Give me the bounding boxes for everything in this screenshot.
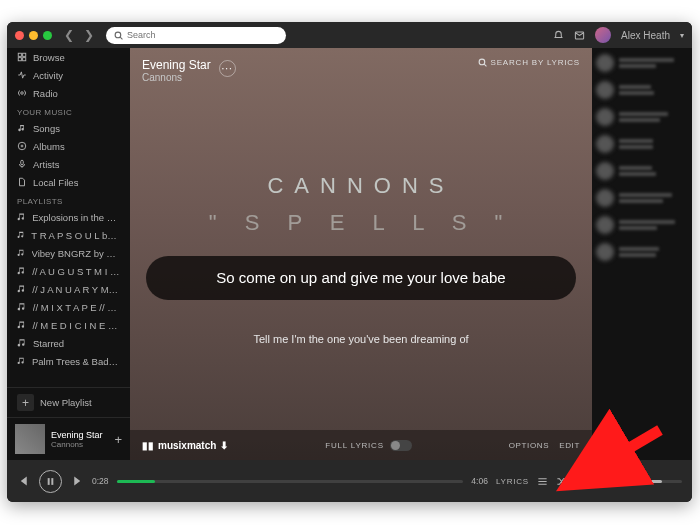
- lyric-next: Tell me I'm the one you've been dreaming…: [130, 333, 592, 345]
- pause-icon: [46, 477, 55, 486]
- friend-row[interactable]: [596, 243, 688, 261]
- sidebar-item[interactable]: Albums: [7, 137, 130, 155]
- friend-row[interactable]: [596, 54, 688, 72]
- edit-button[interactable]: EDIT: [559, 441, 580, 450]
- svg-rect-13: [48, 478, 50, 485]
- sidebar-item[interactable]: Activity: [7, 66, 130, 84]
- friend-row[interactable]: [596, 216, 688, 234]
- friend-activity: [592, 48, 692, 460]
- progress-fill: [117, 480, 155, 483]
- sidebar-item[interactable]: Vibey BNGRZ by Jack…: [7, 244, 130, 262]
- titlebar-right: Alex Heath ▾: [553, 27, 684, 43]
- full-lyrics-toggle[interactable]: FULL LYRICS: [325, 440, 412, 451]
- sidebar-item[interactable]: Browse: [7, 48, 130, 66]
- new-playlist-label: New Playlist: [40, 397, 92, 408]
- sidebar-item-label: Palm Trees & Bad B*…: [32, 356, 120, 367]
- track-artist[interactable]: Cannons: [142, 72, 211, 83]
- svg-point-7: [21, 92, 24, 95]
- search-box[interactable]: [106, 27, 286, 44]
- user-name[interactable]: Alex Heath: [621, 30, 670, 41]
- queue-icon[interactable]: [537, 476, 548, 487]
- search-icon: [478, 58, 487, 67]
- repeat-icon[interactable]: [575, 476, 586, 487]
- sidebar-item-label: Activity: [33, 70, 63, 81]
- svg-rect-14: [51, 478, 53, 485]
- main-header: Evening Star Cannons ··· SEARCH BY LYRIC…: [142, 58, 580, 83]
- playlists-header: PLAYLISTS: [7, 191, 130, 208]
- new-playlist-button[interactable]: + New Playlist: [7, 387, 130, 417]
- sidebar-item[interactable]: Radio: [7, 84, 130, 102]
- sidebar-item[interactable]: // M I X T A P E // b…: [7, 298, 130, 316]
- nav-fwd-icon[interactable]: ❯: [84, 28, 94, 42]
- user-avatar[interactable]: [595, 27, 611, 43]
- sidebar-item[interactable]: T R A P S O U L by bry…: [7, 226, 130, 244]
- inbox-icon[interactable]: [574, 30, 585, 41]
- traffic-lights: [15, 31, 52, 40]
- full-lyrics-label: FULL LYRICS: [325, 441, 384, 450]
- friend-row[interactable]: [596, 135, 688, 153]
- sidebar-item[interactable]: // M E D I C I N E // …: [7, 316, 130, 334]
- friend-row[interactable]: [596, 189, 688, 207]
- more-button[interactable]: ···: [219, 60, 236, 77]
- volume-icon[interactable]: [613, 476, 624, 487]
- svg-rect-5: [18, 58, 21, 61]
- user-chevron-icon[interactable]: ▾: [680, 31, 684, 40]
- toggle-knob: [391, 441, 400, 450]
- play-pause-button[interactable]: [39, 470, 62, 493]
- volume-bar[interactable]: [632, 480, 682, 483]
- sidebar-item[interactable]: Local Files: [7, 173, 130, 191]
- svg-point-11: [479, 59, 485, 65]
- progress-bar[interactable]: [117, 480, 464, 483]
- sidebar-item-label: Starred: [33, 338, 64, 349]
- lyrics-button[interactable]: LYRICS: [496, 477, 529, 486]
- sidebar-item[interactable]: // A U G U S T M I X …: [7, 262, 130, 280]
- svg-line-1: [120, 37, 122, 39]
- friend-row[interactable]: [596, 81, 688, 99]
- toggle-track: [390, 440, 412, 451]
- player-bar: 0:28 4:06 LYRICS: [7, 460, 692, 502]
- musixmatch-logo[interactable]: ▮▮ musixmatch ⬇: [142, 440, 228, 451]
- friend-avatar: [596, 243, 614, 261]
- sidebar-item-label: Songs: [33, 123, 60, 134]
- sidebar-item-label: Local Files: [33, 177, 78, 188]
- sidebar-item[interactable]: Artists: [7, 155, 130, 173]
- plus-icon: +: [17, 394, 34, 411]
- search-icon: [114, 31, 123, 40]
- volume-fill: [632, 480, 662, 483]
- time-total: 4:06: [471, 476, 488, 486]
- now-playing-sidebar[interactable]: Evening Star Cannons +: [7, 417, 130, 460]
- add-track-icon[interactable]: +: [114, 432, 122, 447]
- notification-icon[interactable]: [553, 30, 564, 41]
- your-music-header: YOUR MUSIC: [7, 102, 130, 119]
- sidebar-item-label: T R A P S O U L by bry…: [31, 230, 120, 241]
- max-dot[interactable]: [43, 31, 52, 40]
- nav-back-icon[interactable]: ❮: [64, 28, 74, 42]
- svg-point-9: [21, 145, 23, 147]
- lyric-current: So come on up and give me your love babe: [146, 256, 576, 300]
- sidebar-item[interactable]: // J A N U A R Y M I …: [7, 280, 130, 298]
- devices-icon[interactable]: [594, 476, 605, 487]
- sidebar-item[interactable]: Explosions in the Sk…: [7, 208, 130, 226]
- search-by-lyrics-button[interactable]: SEARCH BY LYRICS: [478, 58, 580, 67]
- close-dot[interactable]: [15, 31, 24, 40]
- next-icon[interactable]: [72, 475, 84, 487]
- search-input[interactable]: [127, 30, 278, 40]
- musixmatch-label: musixmatch: [158, 440, 216, 451]
- min-dot[interactable]: [29, 31, 38, 40]
- sidebar-item-label: // A U G U S T M I X …: [32, 266, 120, 277]
- sidebar-item-label: Artists: [33, 159, 59, 170]
- sidebar-item[interactable]: Starred: [7, 334, 130, 352]
- shuffle-icon[interactable]: [556, 476, 567, 487]
- sidebar-item[interactable]: Palm Trees & Bad B*…: [7, 352, 130, 370]
- main-content: CANNONS " S P E L L S " Evening Star Can…: [130, 48, 592, 460]
- now-playing-art: [15, 424, 45, 454]
- friend-row[interactable]: [596, 108, 688, 126]
- album-background: [130, 48, 592, 460]
- svg-rect-4: [23, 53, 26, 56]
- options-button[interactable]: OPTIONS: [509, 441, 549, 450]
- sidebar-item[interactable]: Songs: [7, 119, 130, 137]
- time-elapsed: 0:28: [92, 476, 109, 486]
- friend-row[interactable]: [596, 162, 688, 180]
- prev-icon[interactable]: [17, 475, 29, 487]
- sidebar-item-label: Vibey BNGRZ by Jack…: [32, 248, 120, 259]
